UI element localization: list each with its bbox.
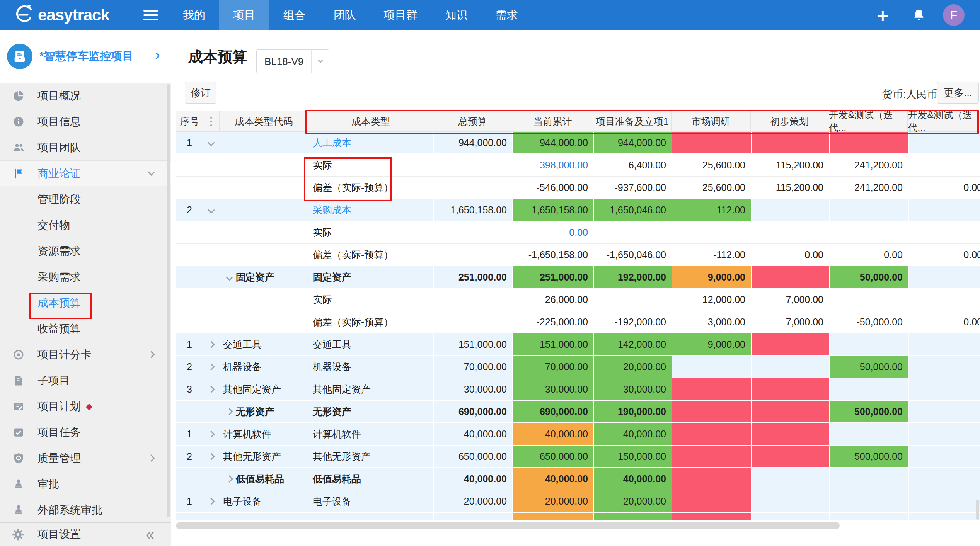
column-header-3: 成本类型代码 [220,111,308,131]
nav-tab-7[interactable]: 需求 [482,0,532,30]
cell-current-total: -1,650,158.00 [512,244,593,266]
sidebar-item-17[interactable]: 外部系统审批 [0,497,171,522]
cell-cost-type: 交通工具 [308,333,433,355]
cell-phase-5: 0.00 [908,177,980,199]
nav-tab-5[interactable]: 项目群 [370,0,431,30]
nav-tab-6[interactable]: 知识 [431,0,482,30]
expand-down-icon[interactable] [226,274,233,281]
sidebar-item-9[interactable]: 成本预算 [0,290,171,316]
sidebar-item-3[interactable]: 项目团队 [0,134,171,160]
sidebar-item-2[interactable]: 项目信息 [0,109,171,134]
sidebar-item-label: 管理阶段 [37,192,81,207]
expand-right-icon[interactable] [208,386,215,393]
expand-right-icon[interactable] [226,408,233,415]
cell-total-budget: 40,000.00 [433,468,512,490]
project-chevron-right-icon[interactable]: › [155,46,160,64]
cell-phase-3 [751,401,829,422]
cell-cost-type [308,513,433,520]
cell-cost-type-code: 低值易耗品 [219,468,308,490]
expand-right-icon[interactable] [208,341,215,348]
cell-phase-1: 190,000.00 [593,401,672,422]
team-icon [12,141,26,154]
cell-current-total: 1,650,158.00 [512,199,593,221]
sidebar-item-12[interactable]: 子项目 [0,367,171,393]
nav-tab-3[interactable]: 组合 [269,0,320,30]
sidebar-item-16[interactable]: 审批 [0,471,171,497]
expand-down-icon[interactable] [208,139,215,146]
cell-current-total[interactable]: 0.00 [512,221,593,243]
expand-right-icon[interactable] [208,498,215,505]
cell-current-total: 40,000.00 [512,468,593,490]
sidebar-item-project-settings[interactable]: 项目设置 « [0,522,171,546]
table-row-15: 2其他无形资产其他无形资产650,000.00650,000.00150,000… [176,446,980,468]
table-row-5: 实际0.00 [176,221,980,244]
version-select[interactable]: BL18-V9 [256,49,329,73]
sidebar-item-6[interactable]: 交付物 [0,212,171,238]
sidebar: *智慧停车监控项目 › 项目概况项目信息项目团队商业论证管理阶段交付物资源需求采… [0,30,171,546]
cell-phase-2 [672,513,751,520]
cost-type-link[interactable]: 采购成本 [313,204,351,216]
main-content: 成本预算 BL18-V9 修订 货币:人民币 更多... 序号成本类型代码成本类… [172,30,980,546]
sidebar-scrollbar[interactable] [167,84,170,517]
sidebar-item-8[interactable]: 采购需求 [0,264,171,290]
user-avatar[interactable]: F [943,4,965,26]
column-header-2 [203,111,220,131]
cell-phase-5 [908,266,980,288]
cell-total-budget: 30,000.00 [433,378,512,400]
cell-phase-4 [829,423,908,445]
flag-icon [12,168,26,179]
sidebar-item-1[interactable]: 项目概况 [0,83,171,109]
cell-seq: 1 [176,490,203,512]
sidebar-item-14[interactable]: 项目任务 [0,419,171,445]
sidebar-item-13[interactable]: 项目计划◆ [0,393,171,419]
sidebar-item-5[interactable]: 管理阶段 [0,186,171,212]
cell-cost-type-code [219,289,308,311]
sidebar-item-label: 成本预算 [37,296,81,310]
expand-right-icon[interactable] [208,453,215,460]
column-header-11: 开发&测试（迭代... [908,111,980,131]
collapse-sidebar-icon[interactable]: « [146,529,154,540]
sidebar-item-4[interactable]: 商业论证 [0,160,171,186]
cell-phase-1: 20,000.00 [593,356,672,378]
sidebar-item-7[interactable]: 资源需求 [0,238,171,264]
expand-right-icon[interactable] [226,475,233,482]
easytrack-logo[interactable]: easytrack [14,4,109,26]
column-header-8: 市场调研 [672,111,751,131]
column-header-9: 初步策划 [751,111,829,131]
cell-expander [203,333,219,355]
sidebar-item-label: 资源需求 [37,244,81,259]
cell-phase-5 [908,446,980,467]
add-icon[interactable]: ＋ [873,0,892,30]
more-button[interactable]: 更多... [937,82,979,104]
cell-phase-5 [908,356,980,378]
cell-total-budget [433,311,512,333]
expand-right-icon[interactable] [208,430,215,437]
cell-phase-5 [908,199,980,221]
cell-total-budget: 650,000.00 [433,446,512,467]
expand-down-icon[interactable] [208,206,215,213]
nav-tab-2[interactable]: 项目 [219,0,269,30]
sidebar-item-11[interactable]: 项目计分卡 [0,342,171,367]
cell-expander [203,177,219,199]
sidebar-item-15[interactable]: 质量管理 [0,445,171,471]
hamburger-menu-icon[interactable] [143,7,158,23]
expand-right-icon[interactable] [208,363,215,370]
cell-current-total[interactable]: 398,000.00 [512,154,593,176]
sidebar-item-label: 采购需求 [37,270,81,284]
horizontal-scrollbar[interactable] [176,522,840,529]
sidebar-item-10[interactable]: 收益预算 [0,316,171,342]
cell-current-total: 26,000.00 [512,289,593,311]
table-row-17: 1电子设备电子设备20,000.0020,000.0020,000.00 [176,490,980,513]
table-row-11: 2机器设备机器设备70,000.0070,000.0020,000.0050,0… [176,356,980,378]
vertical-scrollbar[interactable] [976,500,979,520]
project-name[interactable]: *智慧停车监控项目 [39,49,146,64]
nav-tab-1[interactable]: 我的 [169,0,219,30]
notification-bell-icon[interactable] [912,8,926,22]
cell-current-total: 690,000.00 [512,401,593,422]
column-options-icon[interactable] [210,116,212,127]
nav-tab-4[interactable]: 团队 [320,0,370,30]
cell-seq [176,266,203,288]
revise-button[interactable]: 修订 [185,82,216,104]
version-select-value: BL18-V9 [257,56,311,68]
cost-type-link[interactable]: 人工成本 [313,136,351,149]
